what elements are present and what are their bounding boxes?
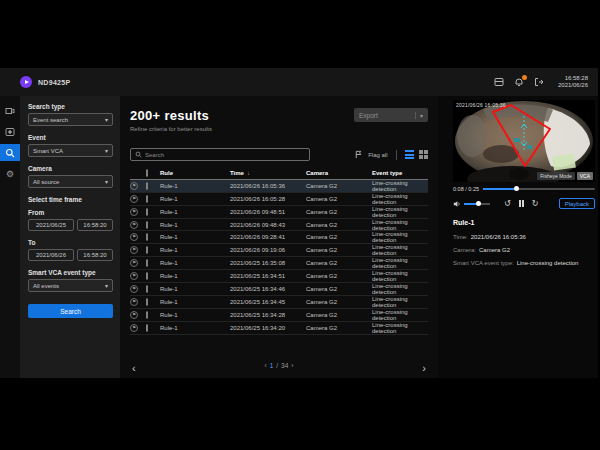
step-forward-icon[interactable]: ↻: [532, 200, 539, 208]
cell-rule: Rule-1: [160, 209, 230, 215]
logout-icon[interactable]: [534, 77, 545, 88]
row-flag-icon[interactable]: ⚑: [130, 182, 138, 190]
row-checkbox[interactable]: [146, 246, 148, 254]
table-header-row: Rule Time ↓ Camera Event type: [130, 167, 428, 180]
row-checkbox[interactable]: [146, 285, 148, 293]
row-flag-icon[interactable]: ⚑: [130, 298, 138, 306]
row-checkbox[interactable]: [146, 233, 148, 241]
chevron-down-icon: ▾: [105, 116, 108, 123]
table-row[interactable]: ⚑ Rule-1 2021/06/25 16:35:08 Camera G2 L…: [130, 257, 428, 270]
pause-button[interactable]: [519, 200, 524, 207]
page-total: 34: [281, 362, 288, 369]
table-row[interactable]: ⚑ Rule-1 2021/06/26 09:48:43 Camera G2 L…: [130, 219, 428, 232]
table-row[interactable]: ⚑ Rule-1 2021/06/25 16:34:20 Camera G2 L…: [130, 322, 428, 335]
row-flag-icon[interactable]: ⚑: [130, 259, 138, 267]
notification-bell-icon[interactable]: [514, 77, 525, 88]
to-label: To: [28, 239, 113, 246]
cell-rule: Rule-1: [160, 234, 230, 240]
nav-search-icon[interactable]: [0, 144, 20, 161]
cell-event-type: Line-crossing detection: [372, 231, 428, 243]
nav-rail: ⚙: [0, 96, 20, 378]
row-checkbox[interactable]: [146, 259, 148, 267]
next-page-button[interactable]: ›: [422, 362, 426, 374]
row-flag-icon[interactable]: ⚑: [130, 324, 138, 332]
cell-time: 2021/06/26 16:05:36: [230, 183, 306, 189]
row-checkbox[interactable]: [146, 311, 148, 319]
row-checkbox[interactable]: [146, 208, 148, 216]
row-checkbox[interactable]: [146, 272, 148, 280]
from-date-field[interactable]: 2021/06/25: [28, 219, 74, 231]
fisheye-mode-button[interactable]: Fisheye Mode: [537, 172, 574, 180]
table-row[interactable]: ⚑ Rule-1 2021/06/25 16:34:45 Camera G2 L…: [130, 296, 428, 309]
table-row[interactable]: ⚑ Rule-1 2021/06/26 16:05:36 Camera G2 L…: [130, 180, 428, 193]
results-search-box[interactable]: [130, 148, 310, 161]
cell-camera: Camera G2: [306, 183, 372, 189]
export-button[interactable]: Export ▾: [354, 108, 428, 122]
cell-camera: Camera G2: [306, 299, 372, 305]
row-flag-icon[interactable]: ⚑: [130, 233, 138, 241]
results-table: Rule Time ↓ Camera Event type ⚑ Rule-1 2…: [130, 167, 428, 335]
col-event-type[interactable]: Event type: [372, 170, 428, 176]
col-time[interactable]: Time: [230, 170, 244, 176]
seek-bar[interactable]: [483, 188, 595, 190]
grid-view-icon[interactable]: [419, 150, 429, 160]
sort-descending-icon[interactable]: ↓: [247, 170, 250, 176]
page-next-icon[interactable]: ›: [291, 362, 293, 369]
row-flag-icon[interactable]: ⚑: [130, 246, 138, 254]
video-preview[interactable]: 2021/06/26 16:05:36 Fisheye Mode VCA: [453, 100, 595, 182]
playback-button[interactable]: Playback: [559, 198, 595, 209]
cell-camera: Camera G2: [306, 209, 372, 215]
table-row[interactable]: ⚑ Rule-1 2021/06/26 09:19:06 Camera G2 L…: [130, 244, 428, 257]
nav-live-view-camera-icon[interactable]: [0, 102, 20, 119]
row-flag-icon[interactable]: ⚑: [130, 311, 138, 319]
flag-all-button[interactable]: Flag all: [368, 152, 387, 158]
nav-playback-icon[interactable]: [0, 123, 20, 140]
nav-settings-gear-icon[interactable]: ⚙: [0, 165, 20, 182]
row-flag-icon[interactable]: ⚑: [130, 285, 138, 293]
speaker-icon[interactable]: [453, 200, 461, 208]
row-checkbox[interactable]: [146, 182, 148, 190]
volume-handle[interactable]: [476, 201, 481, 206]
cell-time: 2021/06/25 16:34:20: [230, 325, 306, 331]
list-view-icon[interactable]: [405, 150, 414, 159]
select-all-checkbox[interactable]: [146, 169, 148, 177]
step-backward-icon[interactable]: ↺: [504, 200, 511, 208]
row-flag-icon[interactable]: ⚑: [130, 221, 138, 229]
row-checkbox[interactable]: [146, 324, 148, 332]
table-row[interactable]: ⚑ Rule-1 2021/06/25 16:34:46 Camera G2 L…: [130, 283, 428, 296]
row-checkbox[interactable]: [146, 221, 148, 229]
table-row[interactable]: ⚑ Rule-1 2021/06/25 16:34:28 Camera G2 L…: [130, 309, 428, 322]
row-flag-icon[interactable]: ⚑: [130, 272, 138, 280]
vca-overlay-button[interactable]: VCA: [577, 172, 593, 180]
results-search-input[interactable]: [145, 152, 285, 158]
camera-dropdown[interactable]: All source ▾: [28, 175, 113, 188]
cell-rule: Rule-1: [160, 196, 230, 202]
seek-handle[interactable]: [514, 186, 519, 191]
to-date-field[interactable]: 2021/06/26: [28, 249, 74, 261]
row-checkbox[interactable]: [146, 298, 148, 306]
row-checkbox[interactable]: [146, 195, 148, 203]
storage-icon[interactable]: [494, 77, 505, 88]
vca-event-type-label: Smart VCA event type: [28, 269, 113, 276]
search-button[interactable]: Search: [28, 304, 113, 318]
page-prev-icon[interactable]: ‹: [264, 362, 266, 369]
to-time-field[interactable]: 16:58:20: [77, 249, 113, 261]
table-row[interactable]: ⚑ Rule-1 2021/06/26 09:48:51 Camera G2 L…: [130, 206, 428, 219]
from-time-field[interactable]: 16:58:20: [77, 219, 113, 231]
table-row[interactable]: ⚑ Rule-1 2021/06/25 16:34:51 Camera G2 L…: [130, 270, 428, 283]
vca-event-type-dropdown[interactable]: All events ▾: [28, 279, 113, 292]
results-subtitle: Refine criteria for better results: [130, 126, 212, 132]
search-icon: [135, 151, 142, 158]
event-label: Event: [28, 134, 113, 141]
row-flag-icon[interactable]: ⚑: [130, 195, 138, 203]
search-type-dropdown[interactable]: Event search ▾: [28, 113, 113, 126]
cell-event-type: Line-crossing detection: [372, 309, 428, 321]
col-camera[interactable]: Camera: [306, 170, 372, 176]
table-row[interactable]: ⚑ Rule-1 2021/06/26 09:28:41 Camera G2 L…: [130, 231, 428, 244]
col-rule[interactable]: Rule: [160, 170, 230, 176]
event-dropdown[interactable]: Smart VCA ▾: [28, 144, 113, 157]
row-flag-icon[interactable]: ⚑: [130, 208, 138, 216]
table-row[interactable]: ⚑ Rule-1 2021/06/26 16:05:28 Camera G2 L…: [130, 193, 428, 206]
cell-time: 2021/06/25 16:34:28: [230, 312, 306, 318]
volume-slider[interactable]: [464, 203, 490, 205]
